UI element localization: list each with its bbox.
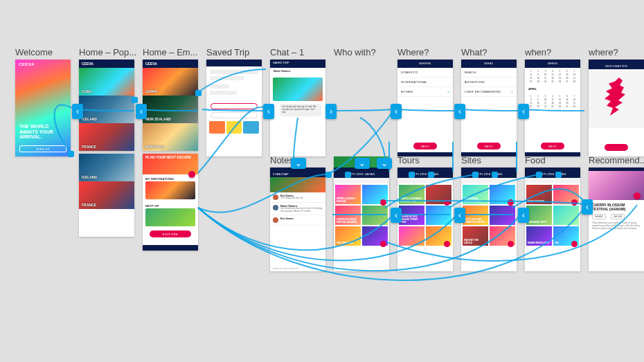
- artboard-notes[interactable]: CUBA CHAT Eva GomesLet's finally take th…: [270, 168, 325, 271]
- calendar-grid-2[interactable]: 1234567891011121314151617181920212223242…: [525, 93, 580, 110]
- artboard-where[interactable]: WHERE DOMESTIC INTERNATIONAL EITHER✓ NEX…: [397, 60, 453, 156]
- artboard-label-where2[interactable]: where?: [589, 47, 618, 57]
- note-item[interactable]: Eva GomesLet's finally take that trip!: [270, 192, 325, 203]
- artboard-label-saved[interactable]: Saved Trip: [206, 47, 249, 57]
- action-chip[interactable]: [211, 103, 258, 109]
- next-button[interactable]: NEXT: [541, 143, 564, 150]
- artboard-label-when[interactable]: when?: [525, 47, 551, 57]
- connector-node[interactable]: [195, 90, 202, 96]
- connector-node[interactable]: [132, 97, 138, 103]
- artboard-label-what[interactable]: What?: [461, 47, 488, 57]
- signup-button[interactable]: SIGN UP: [19, 145, 66, 152]
- food-card[interactable]: RAMEN REVOLUTION: [526, 226, 552, 246]
- tab-bar[interactable]: [461, 152, 517, 156]
- add-fab[interactable]: [508, 241, 514, 247]
- dest-tile-nz[interactable]: NEW ZEALAND: [143, 96, 198, 123]
- add-fab[interactable]: [380, 199, 386, 206]
- add-fab[interactable]: [571, 199, 578, 206]
- opt-adventure[interactable]: ADVENTURE: [461, 78, 517, 87]
- artboard-label-welcome[interactable]: Welcome: [15, 47, 53, 57]
- nav-handle-left[interactable]: ‹: [582, 199, 593, 215]
- dest-tile-france2[interactable]: FRANCE: [79, 181, 134, 209]
- plan-row-japan[interactable]: [145, 181, 195, 199]
- note-item[interactable]: Eva Gomes...: [270, 215, 325, 226]
- artboard-home-em-top[interactable]: CEEVA JAPAN NEW ZEALAND MOROCCO: [143, 60, 198, 151]
- tag-chip[interactable]: SAKURA: [611, 214, 625, 219]
- artboard-label-chat[interactable]: Chat – 1: [270, 47, 304, 57]
- artboard-label-home-pop[interactable]: Home – Pop...: [79, 47, 136, 57]
- tag-chip[interactable]: HANAMI: [592, 214, 606, 219]
- connector-node[interactable]: [555, 172, 562, 178]
- artboard-welcome[interactable]: CEEVA THE WORLD AWAITS YOUR ARRIVAL. SIG…: [15, 60, 71, 156]
- opt-beach[interactable]: BEACH: [461, 68, 517, 78]
- artboard-label-sites-l[interactable]: Sites: [461, 155, 481, 165]
- opt-either[interactable]: EITHER✓: [397, 87, 453, 97]
- nav-handle-right[interactable]: ›: [325, 104, 337, 119]
- tour-card[interactable]: KALEIDOSCOPIC NAKANO STREET TOUR: [399, 206, 424, 225]
- artboard-home-pop-a[interactable]: CEEVA CUBA ICELAND FRANCE: [79, 60, 134, 151]
- dest-tile-france[interactable]: FRANCE: [79, 123, 134, 151]
- artboard-label-who[interactable]: Who with?: [334, 47, 376, 57]
- artboard-destination[interactable]: DESTINATION: [589, 60, 644, 156]
- artboard-home-pop-b[interactable]: ICELAND FRANCE: [79, 154, 134, 237]
- artboard-tours[interactable]: EXPLORE JAPAN TEMPLE & GARDENS WALKING T…: [397, 168, 453, 271]
- nav-handle-left[interactable]: ‹: [136, 104, 147, 119]
- action-chip[interactable]: [211, 112, 258, 118]
- food-card[interactable]: [553, 206, 579, 225]
- nav-handle-left[interactable]: ‹: [391, 104, 402, 119]
- nav-handle-left[interactable]: ‹: [263, 104, 274, 119]
- tab-bar[interactable]: [525, 152, 580, 156]
- event-card[interactable]: TEA CEREMONY: [335, 226, 361, 246]
- artboard-label-food[interactable]: Food: [525, 155, 546, 165]
- site-card[interactable]: TOKYO SKYTREE EXHIBITION CENTER: [463, 206, 488, 225]
- add-fab[interactable]: [380, 241, 386, 247]
- add-fab[interactable]: [444, 241, 450, 247]
- add-fab[interactable]: [508, 199, 514, 206]
- artboard-label-home-em[interactable]: Home – Em...: [143, 47, 197, 57]
- artboard-saved-trip[interactable]: [206, 60, 262, 156]
- add-fab[interactable]: [188, 171, 195, 178]
- artboard-when[interactable]: WHEN 12345678910111213141516171819202122…: [525, 60, 580, 156]
- connector-node[interactable]: [345, 172, 351, 178]
- nav-handle-down[interactable]: ⌄: [291, 158, 306, 169]
- artboard-label-tours[interactable]: Tours: [397, 155, 420, 165]
- nav-handle-left[interactable]: ‹: [518, 208, 529, 223]
- event-card[interactable]: SPRING LANTERN FESTIVAL: [335, 185, 361, 204]
- tour-card[interactable]: TEMPLE & GARDENS WALKING TOUR: [399, 185, 424, 204]
- add-fab[interactable]: [571, 241, 578, 247]
- done-button[interactable]: [605, 144, 628, 151]
- artboard-sites[interactable]: EXPLORE JAPAN ARASHIYAMA BAMBOO GROVE TO…: [461, 168, 517, 271]
- artboard-events[interactable]: EXPLORE JAPAN SPRING LANTERN FESTIVAL CH…: [334, 168, 389, 271]
- tab-bar[interactable]: [143, 245, 198, 251]
- dest-tile-iceland[interactable]: ICELAND: [79, 96, 134, 123]
- tab-bar[interactable]: [397, 152, 453, 156]
- nav-handle-left[interactable]: ‹: [454, 208, 465, 223]
- dest-tile-cuba[interactable]: CUBA: [79, 68, 134, 96]
- destination-map[interactable]: [589, 69, 644, 128]
- dest-tile-iceland2[interactable]: ICELAND: [79, 154, 134, 181]
- tour-card[interactable]: [426, 206, 451, 225]
- category-tabs[interactable]: [461, 178, 517, 183]
- add-fab[interactable]: [634, 192, 641, 199]
- food-card[interactable]: NARISAWA TOKYO: [526, 206, 552, 225]
- artboard-label-recommend[interactable]: Recommend...: [589, 155, 644, 165]
- site-card[interactable]: HAKONE TORI CASTLE: [463, 226, 488, 246]
- add-fab[interactable]: [444, 199, 450, 206]
- artboard-food[interactable]: EXPLORE JAPAN ICHIBA MARKET NARISAWA TOK…: [525, 168, 580, 271]
- connector-node[interactable]: [536, 172, 542, 178]
- next-button[interactable]: NEXT: [413, 143, 437, 150]
- artboard-plan[interactable]: PLAN YOUR NEXT ESCAPE MY DESTINATIONS NE…: [143, 154, 198, 251]
- dest-tile-japan[interactable]: JAPAN: [143, 68, 198, 96]
- category-tabs[interactable]: [397, 178, 453, 183]
- connector-node[interactable]: [325, 172, 332, 178]
- artboard-recommend[interactable]: CHERRY BLOSSOM FESTIVAL (HANAMI) HANAMI …: [589, 168, 644, 271]
- nav-handle-left[interactable]: ‹: [72, 104, 83, 119]
- site-card[interactable]: [490, 206, 515, 225]
- event-card[interactable]: [362, 206, 388, 225]
- next-button[interactable]: NEXT: [477, 143, 501, 150]
- artboard-label-notes[interactable]: Notes: [270, 155, 294, 165]
- opt-domestic[interactable]: DOMESTIC: [397, 68, 453, 78]
- connector-node[interactable]: [428, 172, 434, 178]
- plan-row-cuba[interactable]: [145, 208, 195, 226]
- prototype-canvas[interactable]: Welcome Home – Pop... Home – Em... Saved…: [0, 0, 644, 362]
